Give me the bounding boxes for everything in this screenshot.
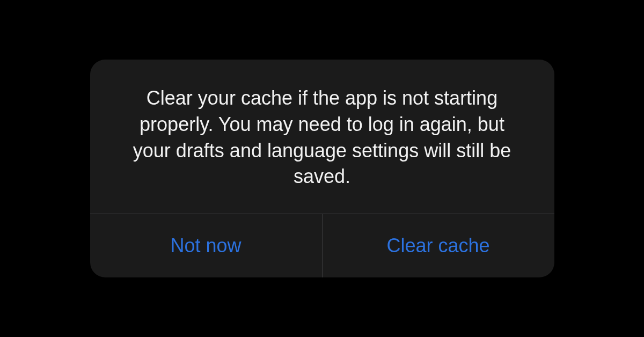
- dialog-actions: Not now Clear cache: [90, 214, 554, 277]
- not-now-button[interactable]: Not now: [90, 214, 322, 277]
- dialog-message: Clear your cache if the app is not start…: [90, 60, 554, 213]
- alert-dialog: Clear your cache if the app is not start…: [90, 60, 554, 277]
- clear-cache-button[interactable]: Clear cache: [322, 214, 554, 277]
